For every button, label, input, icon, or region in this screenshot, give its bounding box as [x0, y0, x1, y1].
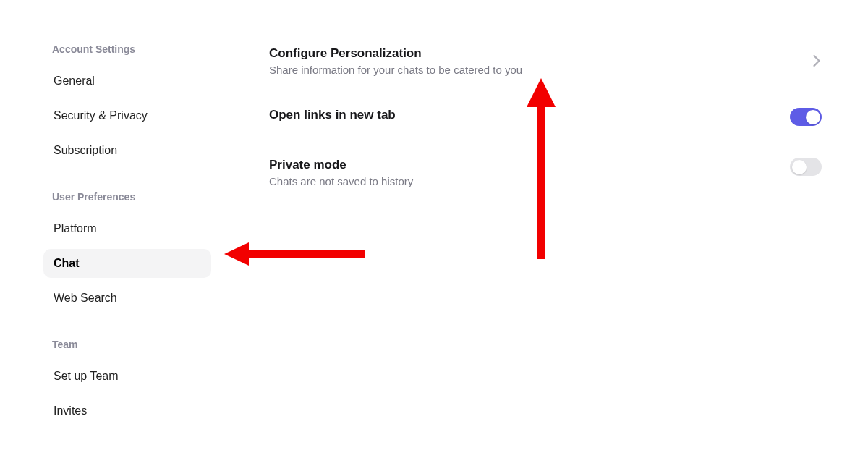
toggle-knob: [806, 110, 820, 124]
sidebar-section-user-preferences: User Preferences Platform Chat Web Searc…: [52, 191, 226, 313]
setting-personalization[interactable]: Configure Personalization Share informat…: [269, 46, 825, 76]
toggle-knob: [792, 160, 807, 174]
sidebar-section-account: Account Settings General Security & Priv…: [52, 43, 226, 165]
setting-personalization-subtitle: Share information for your chats to be c…: [269, 64, 813, 76]
sidebar-heading-team: Team: [52, 339, 226, 350]
sidebar-item-invites[interactable]: Invites: [43, 397, 211, 426]
toggle-private-mode[interactable]: [790, 158, 822, 176]
setting-open-links-title: Open links in new tab: [269, 108, 790, 122]
setting-private-mode-subtitle: Chats are not saved to history: [269, 175, 790, 187]
sidebar-item-chat[interactable]: Chat: [43, 249, 211, 278]
sidebar-item-platform[interactable]: Platform: [43, 214, 211, 243]
setting-private-mode-title: Private mode: [269, 158, 790, 172]
settings-main: Configure Personalization Share informat…: [226, 43, 825, 453]
setting-personalization-title: Configure Personalization: [269, 46, 813, 61]
setting-open-links: Open links in new tab: [269, 108, 825, 126]
sidebar-heading-user-preferences: User Preferences: [52, 191, 226, 203]
sidebar-item-general[interactable]: General: [43, 67, 211, 96]
toggle-open-links[interactable]: [790, 108, 822, 126]
settings-sidebar: Account Settings General Security & Priv…: [52, 43, 226, 453]
sidebar-item-set-up-team[interactable]: Set up Team: [43, 362, 211, 391]
sidebar-item-subscription[interactable]: Subscription: [43, 136, 211, 165]
sidebar-item-web-search[interactable]: Web Search: [43, 284, 211, 313]
sidebar-heading-account: Account Settings: [52, 43, 226, 55]
chevron-right-icon: [813, 55, 820, 69]
sidebar-item-security-privacy[interactable]: Security & Privacy: [43, 101, 211, 130]
sidebar-section-team: Team Set up Team Invites: [52, 339, 226, 426]
setting-private-mode: Private mode Chats are not saved to hist…: [269, 158, 825, 187]
